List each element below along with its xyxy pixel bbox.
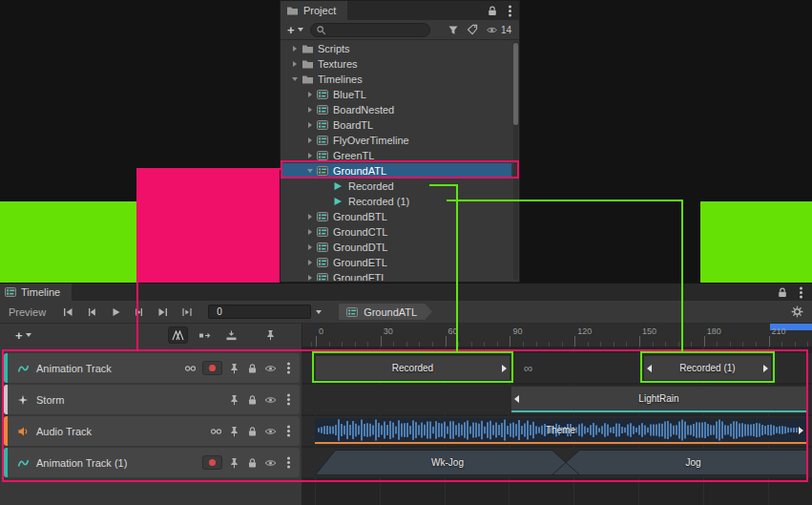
disclosure-right-icon[interactable] — [304, 87, 316, 102]
project-tree-item-groundetl[interactable]: GroundETL — [281, 255, 511, 270]
mix-mode-button[interactable] — [168, 326, 188, 344]
marker-pin-icon[interactable] — [260, 326, 281, 344]
gear-icon[interactable] — [791, 305, 803, 318]
record-button[interactable] — [202, 361, 222, 375]
replace-mode-button[interactable] — [221, 326, 241, 344]
tab-project[interactable]: Project — [281, 1, 347, 20]
frame-field[interactable] — [208, 305, 311, 319]
track-header-audio-track[interactable]: Audio Track — [4, 416, 300, 446]
track-header-storm[interactable]: Storm — [4, 385, 300, 414]
eye-icon[interactable] — [264, 362, 277, 375]
play-range-button[interactable] — [180, 305, 194, 319]
previous-frame-button[interactable] — [85, 305, 98, 319]
kebab-menu-icon[interactable] — [282, 362, 295, 375]
disclosure-right-icon[interactable] — [304, 240, 316, 255]
pin-icon[interactable] — [228, 362, 240, 375]
disclosure-right-icon[interactable] — [304, 255, 316, 270]
project-tree-item-groundatl[interactable]: GroundATL — [281, 163, 511, 179]
lock-icon[interactable] — [246, 393, 259, 407]
filter-by-type-icon[interactable] — [448, 25, 459, 35]
clip-lightrain[interactable]: LightRain — [511, 387, 806, 412]
scene-green-block-left — [0, 201, 136, 283]
search-field[interactable] — [310, 23, 430, 37]
create-asset-button[interactable]: + — [285, 23, 305, 37]
time-ruler[interactable]: 0306090120150180210 — [302, 324, 812, 347]
project-tree-item-groundctl[interactable]: GroundCTL — [281, 224, 511, 240]
timeline-icon — [316, 119, 329, 132]
eye-icon[interactable] — [264, 425, 277, 438]
go-to-end-button[interactable] — [156, 305, 170, 319]
track-header-animation-track-1[interactable]: Animation Track (1) — [4, 448, 300, 477]
lock-icon[interactable] — [246, 362, 259, 375]
record-button[interactable] — [202, 455, 222, 470]
preview-toggle[interactable]: Preview — [9, 306, 46, 318]
disclosure-right-icon[interactable] — [304, 270, 316, 281]
track-name: Audio Track — [36, 426, 92, 437]
disclosure-right-icon[interactable] — [304, 148, 316, 163]
project-tree-item-timelines[interactable]: Timelines — [281, 72, 511, 87]
project-tree-item-grounddtl[interactable]: GroundDTL — [281, 240, 511, 255]
clip-recorded-1[interactable]: Recorded (1) — [643, 355, 772, 381]
project-scrollbar[interactable] — [513, 41, 518, 280]
arrow-spacer — [320, 194, 331, 209]
disclosure-right-icon[interactable] — [304, 102, 316, 117]
clip-recorded[interactable]: Recorded — [315, 355, 510, 381]
clip-left-handle-icon[interactable] — [647, 365, 652, 372]
filter-by-label-icon[interactable] — [467, 24, 478, 35]
binding-icon[interactable] — [184, 362, 197, 375]
project-tree-item-groundftl[interactable]: GroundFTL — [281, 270, 511, 281]
frame-number-input[interactable] — [215, 305, 304, 318]
eye-icon[interactable] — [264, 393, 277, 407]
lock-icon[interactable] — [246, 456, 259, 470]
lock-icon[interactable] — [488, 6, 497, 16]
lock-icon[interactable] — [778, 287, 787, 298]
go-to-start-button[interactable] — [61, 305, 74, 319]
search-input[interactable] — [329, 24, 425, 36]
pin-icon[interactable] — [228, 456, 240, 470]
clip-theme-audio[interactable]: Theme — [315, 418, 806, 444]
project-tree-item-recorded-1[interactable]: Recorded (1) — [281, 194, 511, 209]
project-tree-item-groundbtl[interactable]: GroundBTL — [281, 209, 511, 224]
play-button[interactable] — [109, 305, 122, 319]
breadcrumb-groundatl[interactable]: GroundATL — [339, 304, 432, 320]
clip-left-handle-icon[interactable] — [514, 395, 519, 403]
kebab-menu-icon[interactable] — [282, 393, 295, 407]
lock-icon[interactable] — [246, 425, 259, 438]
kebab-menu-icon[interactable] — [282, 425, 295, 438]
clip-right-handle-icon[interactable] — [502, 365, 507, 372]
disclosure-down-icon[interactable] — [304, 163, 316, 179]
ripple-mode-button[interactable] — [195, 326, 215, 344]
kebab-menu-icon[interactable] — [282, 456, 295, 470]
disclosure-down-icon[interactable] — [289, 72, 301, 87]
project-tree-item-boardnested[interactable]: BoardNested — [281, 102, 511, 117]
pin-icon[interactable] — [228, 393, 240, 407]
disclosure-right-icon[interactable] — [304, 209, 316, 224]
disclosure-right-icon[interactable] — [289, 56, 301, 72]
pin-icon[interactable] — [228, 425, 240, 438]
scrollbar-thumb[interactable] — [513, 43, 518, 125]
eye-icon[interactable] — [264, 456, 277, 470]
disclosure-right-icon[interactable] — [289, 41, 301, 56]
project-tree-item-flyovertimeline[interactable]: FlyOverTimeline — [281, 133, 511, 148]
project-tree-item-greentl[interactable]: GreenTL — [281, 148, 511, 163]
disclosure-right-icon[interactable] — [304, 133, 316, 148]
kebab-menu-icon[interactable] — [505, 4, 514, 17]
tab-timeline[interactable]: Timeline — [0, 284, 72, 301]
next-frame-button[interactable] — [133, 305, 146, 319]
project-tree-item-boardtl[interactable]: BoardTL — [281, 117, 511, 133]
project-tree-item-textures[interactable]: Textures — [281, 56, 511, 72]
track-header-animation-track[interactable]: Animation Track — [4, 353, 300, 383]
project-tree-item-scripts[interactable]: Scripts — [281, 41, 511, 56]
project-tree-item-bluetl[interactable]: BlueTL — [281, 87, 511, 102]
add-track-button[interactable]: + — [15, 328, 31, 343]
clip-right-handle-icon[interactable] — [799, 427, 803, 434]
project-tree-item-recorded[interactable]: Recorded — [281, 179, 511, 194]
caret-down-icon — [298, 28, 303, 32]
hidden-packages-toggle[interactable]: 14 — [486, 25, 511, 35]
kebab-menu-icon[interactable] — [796, 285, 805, 299]
binding-icon[interactable] — [210, 425, 222, 438]
disclosure-right-icon[interactable] — [304, 224, 316, 240]
disclosure-right-icon[interactable] — [304, 117, 316, 133]
clip-right-handle-icon[interactable] — [763, 365, 768, 372]
frame-field-dropdown-icon[interactable] — [316, 310, 322, 314]
